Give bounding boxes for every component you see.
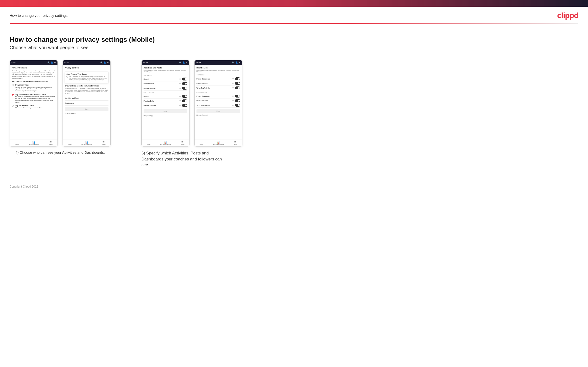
page-title: How to change your privacy settings (Mob… (10, 36, 578, 43)
screen-1-group: ‹ Back 🔍 👤 ⊕ Privacy Controls Contr (10, 60, 58, 147)
footer-perf-1[interactable]: 📊 My Performance (28, 141, 39, 145)
option-everyone[interactable]: Everyone on Clippd Everyone on Clippd ca… (12, 84, 56, 92)
footer-home-2[interactable]: ⌂ Home (68, 141, 71, 145)
screen-2-back[interactable]: ‹ Back (64, 62, 69, 63)
coaches-drills-row: Practice Drills ON (144, 81, 187, 86)
option-you-coach[interactable]: Only You and Your Coach Only you and the… (12, 104, 56, 109)
chevron-left-icon: ‹ (12, 62, 12, 63)
who-see-label: Who Can See Your Activities and Dashboar… (12, 81, 56, 83)
followers-rounds-toggle-wrap: ON (179, 95, 187, 98)
copyright: Copyright Clippd 2022 (0, 178, 588, 195)
tooltip-body: Only you and the coaches you connect wit… (69, 76, 107, 81)
coaches-manual-row: Manual Activities ON (144, 86, 187, 91)
screen-2-icons: 🔍 👤 ⊕ (100, 61, 109, 64)
footer-home-4[interactable]: ⌂ Home (199, 141, 203, 145)
footer-menu-4[interactable]: ☰ Menu (233, 141, 237, 145)
coaches-rounds-toggle[interactable] (182, 78, 187, 80)
screen-4-footer: ⌂ Home 📊 My Performance ☰ Menu (195, 140, 242, 146)
followers-rounds-label: Rounds (144, 96, 149, 97)
coaches-what-work-toggle[interactable] (235, 86, 240, 89)
profile-icon[interactable]: 👤 (51, 61, 53, 64)
menu-dashboards[interactable]: Dashboards › (65, 101, 108, 106)
profile-icon-2[interactable]: 👤 (104, 61, 106, 64)
option-approved[interactable]: Only Approved Followers and Your Coach O… (12, 93, 56, 103)
followers-drills-toggle-wrap: ON (179, 100, 187, 102)
screen-4-topbar: ‹ Back 🔍 👤 ⊕ (195, 60, 242, 65)
home-icon-3: ⌂ (148, 141, 149, 144)
coaches-rounds-label: Rounds (144, 78, 149, 80)
radio-everyone[interactable] (12, 84, 14, 86)
settings-icon-4[interactable]: ⊕ (239, 61, 241, 64)
followers-rounds-row: Rounds ON (144, 94, 187, 99)
followers-label-4: FOLLOWERS (197, 92, 240, 93)
search-icon-2[interactable]: 🔍 (100, 61, 103, 64)
dashboards-title: Dashboards (197, 67, 240, 69)
breadcrumb: How to change your privacy settings (10, 13, 68, 17)
screen-4-content: Dashboards Select the dashboards that yo… (195, 65, 242, 140)
footer-menu-3[interactable]: ☰ Menu (181, 141, 184, 145)
followers-drills-label: Practice Drills (144, 100, 154, 102)
coaches-player-dash-toggle[interactable] (235, 77, 240, 80)
home-icon: ⌂ (16, 141, 17, 144)
coaches-what-work-toggle-wrap: ON (232, 86, 240, 89)
settings-icon-3[interactable]: ⊕ (186, 61, 188, 64)
help-support-4: Help & Support (197, 114, 240, 116)
settings-icon[interactable]: ⊕ (54, 61, 56, 64)
menu-icon-3: ☰ (181, 141, 183, 144)
followers-what-work-row: What To Work On ON (197, 103, 240, 108)
screen-4-icons: 🔍 👤 ⊕ (232, 61, 241, 64)
search-icon-3[interactable]: 🔍 (179, 61, 182, 64)
profile-icon-3[interactable]: 👤 (182, 61, 185, 64)
coaches-manual-toggle[interactable] (182, 87, 187, 90)
chevron-left-icon-3: ‹ (143, 62, 144, 63)
header: How to change your privacy settings clip… (0, 7, 588, 23)
footer-perf-4[interactable]: 📊 My Performance (213, 141, 224, 145)
followers-manual-toggle[interactable] (182, 104, 187, 107)
footer-menu-2[interactable]: ☰ Menu (102, 141, 105, 145)
coaches-player-dash-label: Player Dashboard (197, 78, 210, 80)
profile-icon-4[interactable]: 👤 (235, 61, 238, 64)
settings-icon-2[interactable]: ⊕ (107, 61, 109, 64)
save-button-2[interactable]: Save (65, 107, 108, 111)
screen-1-back[interactable]: ‹ Back (12, 62, 16, 63)
followers-what-work-toggle[interactable] (235, 104, 240, 107)
privacy-tab[interactable]: Privacy Controls (65, 67, 108, 70)
footer-perf-2[interactable]: 📊 My Performance (81, 141, 92, 145)
footer-home-3[interactable]: ⌂ Home (147, 141, 150, 145)
followers-drills-toggle[interactable] (182, 100, 187, 102)
followers-rounds-toggle[interactable] (182, 95, 187, 98)
radio-you-coach[interactable] (12, 105, 14, 107)
privacy-controls-body: Control how you and your data appears to… (12, 70, 56, 79)
followers-round-insights-toggle[interactable] (235, 99, 240, 102)
coaches-round-insights-toggle[interactable] (235, 82, 240, 85)
screen-2-content: Privacy Controls Only You and Your Coach… (63, 65, 110, 140)
followers-player-dash-label: Player Dashboard (197, 95, 210, 97)
activities-posts-subtitle: Select the types of activity that you'd … (144, 69, 187, 73)
screen-4-group: ‹ Back 🔍 👤 ⊕ Dashboards Select the (194, 60, 242, 147)
search-icon[interactable]: 🔍 (47, 61, 50, 64)
footer-home-1[interactable]: ⌂ Home (15, 141, 18, 145)
followers-player-dash-toggle[interactable] (235, 95, 240, 98)
screen-3-back[interactable]: ‹ Back (143, 62, 148, 63)
coaches-manual-label: Manual Activities (144, 87, 156, 89)
screens-3-4: ‹ Back 🔍 👤 ⊕ Activities and Posts S (141, 60, 242, 147)
menu-activities[interactable]: Activities and Posts › (65, 96, 108, 101)
coaches-label-4: COACHES (197, 74, 240, 76)
screen-2-topbar: ‹ Back 🔍 👤 ⊕ (63, 60, 110, 65)
save-button-4[interactable]: Save (197, 109, 240, 113)
followers-round-insights-row: Round Insights ON (197, 99, 240, 103)
chevron-left-icon-4: ‹ (196, 62, 197, 63)
option-you-coach-text: Only You and Your Coach Only you and the… (15, 104, 42, 109)
main-content: How to change your privacy settings (Mob… (0, 24, 588, 178)
search-icon-4[interactable]: 🔍 (232, 61, 234, 64)
screen-4-back[interactable]: ‹ Back (196, 62, 201, 63)
footer-perf-3[interactable]: 📊 My Performance (160, 141, 171, 145)
followers-what-work-label: What To Work On (197, 104, 210, 106)
footer-menu-1[interactable]: ☰ Menu (49, 141, 52, 145)
right-group: ‹ Back 🔍 👤 ⊕ Activities and Posts S (141, 60, 242, 168)
coaches-label: COACHES (144, 75, 187, 76)
save-button-3[interactable]: Save (144, 109, 187, 113)
radio-approved[interactable] (12, 94, 14, 96)
chart-icon-3: 📊 (164, 141, 167, 144)
coaches-drills-toggle[interactable] (182, 82, 187, 85)
